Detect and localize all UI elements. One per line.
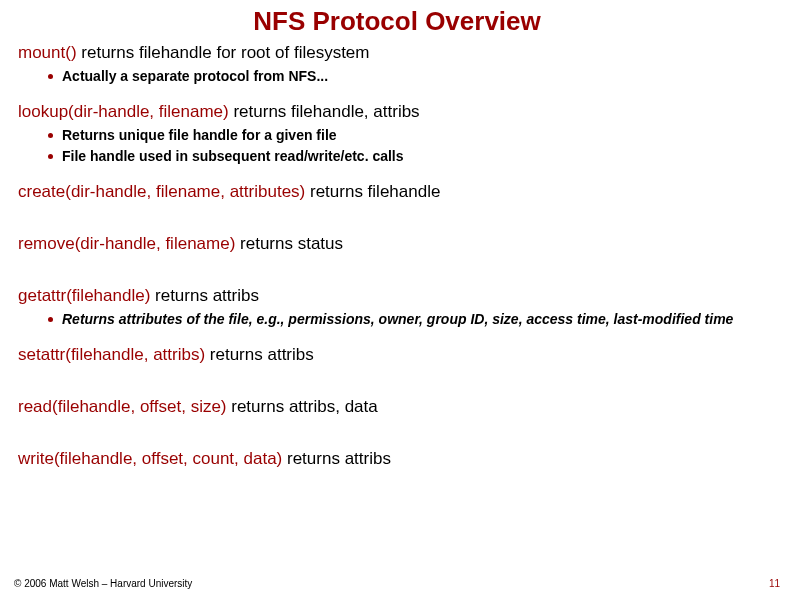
slide-title: NFS Protocol Overview (0, 6, 794, 37)
point-read: read(filehandle, offset, size) returns a… (18, 397, 776, 417)
sub-item: Returns unique file handle for a given f… (62, 126, 776, 145)
sublist-mount: Actually a separate protocol from NFS... (18, 67, 776, 86)
call-mount: mount() (18, 43, 77, 62)
ret-remove: returns status (235, 234, 343, 253)
ret-setattr: returns attribs (205, 345, 314, 364)
sub-item: Actually a separate protocol from NFS... (62, 67, 776, 86)
ret-mount: returns filehandle for root of filesyste… (77, 43, 370, 62)
sub-item: Returns attributes of the file, e.g., pe… (62, 310, 776, 329)
ret-read: returns attribs, data (227, 397, 378, 416)
page-number: 11 (769, 578, 780, 589)
call-getattr: getattr(filehandle) (18, 286, 150, 305)
point-setattr: setattr(filehandle, attribs) returns att… (18, 345, 776, 365)
ret-getattr: returns attribs (150, 286, 259, 305)
point-getattr: getattr(filehandle) returns attribs (18, 286, 776, 306)
slide-content: mount() returns filehandle for root of f… (0, 43, 794, 469)
call-setattr: setattr(filehandle, attribs) (18, 345, 205, 364)
point-remove: remove(dir-handle, filename) returns sta… (18, 234, 776, 254)
point-create: create(dir-handle, filename, attributes)… (18, 182, 776, 202)
ret-lookup: returns filehandle, attribs (229, 102, 420, 121)
sublist-getattr: Returns attributes of the file, e.g., pe… (18, 310, 776, 329)
call-write: write(filehandle, offset, count, data) (18, 449, 282, 468)
ret-create: returns filehandle (305, 182, 440, 201)
point-mount: mount() returns filehandle for root of f… (18, 43, 776, 63)
call-lookup: lookup(dir-handle, filename) (18, 102, 229, 121)
footer: © 2006 Matt Welsh – Harvard University 1… (14, 578, 780, 589)
point-write: write(filehandle, offset, count, data) r… (18, 449, 776, 469)
sublist-lookup: Returns unique file handle for a given f… (18, 126, 776, 166)
call-read: read(filehandle, offset, size) (18, 397, 227, 416)
point-lookup: lookup(dir-handle, filename) returns fil… (18, 102, 776, 122)
call-create: create(dir-handle, filename, attributes) (18, 182, 305, 201)
sub-item: File handle used in subsequent read/writ… (62, 147, 776, 166)
ret-write: returns attribs (282, 449, 391, 468)
copyright-text: © 2006 Matt Welsh – Harvard University (14, 578, 192, 589)
call-remove: remove(dir-handle, filename) (18, 234, 235, 253)
